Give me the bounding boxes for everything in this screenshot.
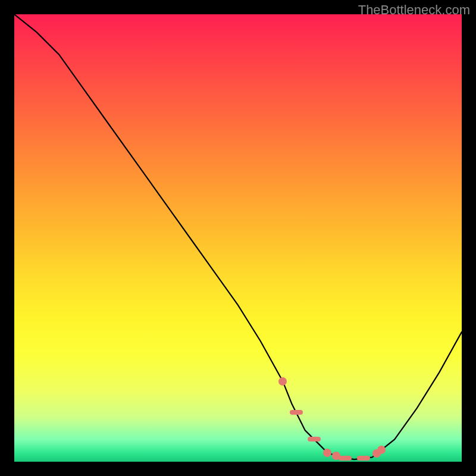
highlight-dot [323, 449, 331, 457]
highlight-dash [308, 437, 321, 441]
highlight-dash [339, 456, 352, 461]
highlight-dots [14, 14, 462, 462]
chart-container: TheBottleneck.com [0, 0, 476, 476]
plot-area [14, 14, 462, 462]
highlight-dash [290, 410, 303, 415]
highlight-dash [357, 456, 370, 461]
highlight-dot [278, 377, 287, 386]
highlight-dot [377, 446, 386, 454]
